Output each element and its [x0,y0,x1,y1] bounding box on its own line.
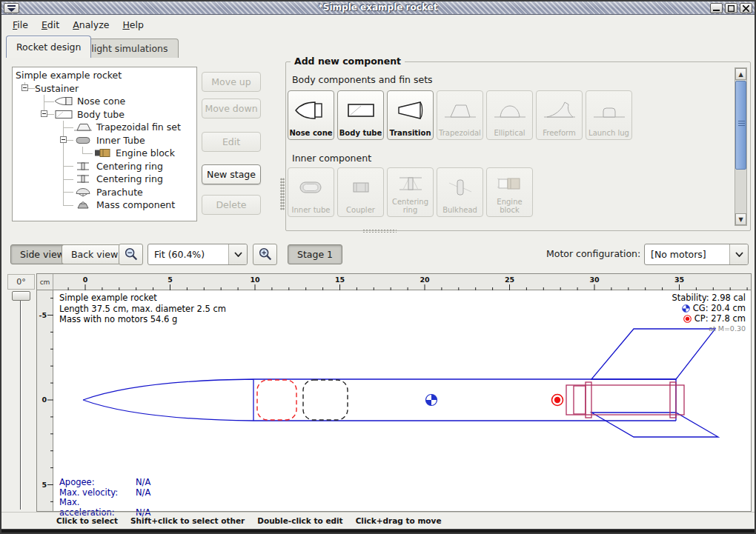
status-hint: Click+drag to move [356,516,442,525]
zoom-in-button[interactable] [253,244,277,265]
add-body-tube-button[interactable]: Body tube [337,90,384,140]
tab-rocket-design[interactable]: Rocket design [6,36,91,58]
tree-item-body-tube[interactable]: Body tube [16,108,196,121]
tree-item-label: Mass component [96,199,175,210]
tree-item-simple-example-rocket[interactable]: Simple example rocket [16,69,196,82]
menu-file[interactable]: File [6,17,35,33]
ruler-unit-label: cm [37,274,53,290]
zoom-out-button[interactable] [119,244,143,265]
stability-condition: at M=0.30 [672,324,746,334]
freeform-icon [537,91,582,130]
innertube-icon [288,168,334,207]
tree-item-centering-ring[interactable]: Centering ring [16,160,196,173]
svg-text:20: 20 [420,276,430,284]
centeringring-icon [73,174,93,184]
flight-value: N/A [136,477,150,487]
add-inner-tube-button: Inner tube [288,167,334,217]
title-bar: *Simple example rocket [1,1,755,15]
fin-lower-outline[interactable] [591,413,718,437]
tree-item-label: Nose cone [77,96,125,107]
zoom-level-select[interactable]: Fit (60.4%) [147,244,248,265]
add-transition-button[interactable]: Transition [387,90,434,140]
svg-text:0: 0 [83,276,88,284]
launchlug-icon [586,91,631,130]
zoom-out-icon [123,247,139,263]
vertical-splitter-handle[interactable] [280,178,285,210]
cg-legend-icon [682,304,690,313]
fin-icon [73,122,93,132]
menu-help[interactable]: Help [116,17,150,33]
scroll-up-button[interactable]: ▲ [735,68,746,80]
zoom-level-value: Fit (60.4%) [148,244,228,264]
tree-item-trapezoidal-fin-set[interactable]: Trapezoidal fin set [16,121,196,134]
svg-text:-5: -5 [39,311,47,319]
tree-item-centering-ring[interactable]: Centering ring [16,173,196,186]
inner-tube-outline[interactable] [566,385,684,415]
tree-item-mass-component[interactable]: Mass component [16,198,196,212]
menu-edit[interactable]: Edit [35,17,66,33]
parachute-outline[interactable] [257,380,296,420]
flight-label: Apogee: [59,478,136,488]
motor-configuration-select[interactable]: [No motors] [644,244,749,265]
component-scrollbar[interactable]: ▲ ▼ [735,67,747,226]
tree-item-engine-block[interactable]: Engine block [16,147,196,160]
status-hint: Shift+click to select other [130,516,245,525]
trapezoidal-icon [437,91,483,130]
innertube-icon [73,136,93,145]
component-button-label: Freeform [543,130,576,138]
mass-component-outline[interactable] [303,380,348,420]
menu-bar: FileEditAnalyzeHelp [3,16,755,34]
component-button-label: Bulkhead [442,207,477,215]
tree-expander-icon[interactable] [41,110,47,117]
tree-item-nose-cone[interactable]: Nose cone [16,95,196,108]
add-freeform-button: Freeform [536,90,583,140]
new-stage-button[interactable]: New stage [202,164,261,184]
component-button-label: Launch lug [588,130,629,138]
tree-item-parachute[interactable]: Parachute [16,186,196,199]
mass-icon [73,200,93,210]
svg-text:15: 15 [335,276,345,284]
component-button-label: Coupler [346,207,375,215]
menu-analyze[interactable]: Analyze [66,17,116,33]
svg-text:35: 35 [674,276,684,284]
rotation-slider-handle[interactable] [12,291,30,301]
scroll-down-button[interactable]: ▼ [735,213,746,225]
tree-item-label: Simple example rocket [16,70,122,81]
rocket-viewport: cm 05101520253035 -505 [36,273,752,512]
tree-item-label: Trapezoidal fin set [96,121,181,133]
tree-expander-icon[interactable] [60,136,67,143]
flight-label: Max. velocity: [59,488,136,498]
stage-1-toggle[interactable]: Stage 1 [288,244,342,264]
add-bulkhead-button: Bulkhead [437,167,483,217]
component-button-label: Transition [389,130,431,138]
tree-item-inner-tube[interactable]: Inner Tube [16,134,196,147]
rotation-slider-track[interactable] [20,298,21,510]
maximize-icon [728,5,735,12]
svg-text:10: 10 [250,276,260,284]
flight-row: Apogee:N/A [59,478,150,488]
back-view-button[interactable]: Back view [62,244,127,264]
engine-block-outline[interactable] [574,386,586,414]
minimize-button[interactable] [710,3,723,13]
maximize-button[interactable] [725,3,737,13]
horizontal-ruler: 05101520253035 [53,274,751,290]
fin-upper-outline[interactable] [591,329,715,379]
scroll-thumb[interactable] [735,81,746,170]
tree-item-label: Centering ring [96,173,163,184]
tree-item-sustainer[interactable]: Sustainer [16,82,196,96]
nosecone-icon [288,91,334,130]
close-button[interactable] [740,3,752,13]
stability-info: Stability: 2.98 cal CG: 20.4 cm CP: 27.8… [672,293,746,334]
rotation-angle-display: 0° [7,274,35,290]
add-nose-cone-button[interactable]: Nose cone [288,90,334,140]
cp-marker [552,395,563,406]
tree-expander-icon[interactable] [21,84,28,91]
cp-value: CP: 27.8 cm [694,313,746,324]
rocket-canvas[interactable]: Simple example rocket Length 37.5 cm, ma… [53,290,751,511]
component-button-label: Nose cone [289,130,332,138]
svg-text:30: 30 [589,276,600,284]
nose-cone-outline[interactable] [83,379,253,421]
component-button-label: Trapezoidal [439,130,481,138]
add-elliptical-button: Elliptical [486,90,533,140]
delete-button: Delete [202,195,261,215]
